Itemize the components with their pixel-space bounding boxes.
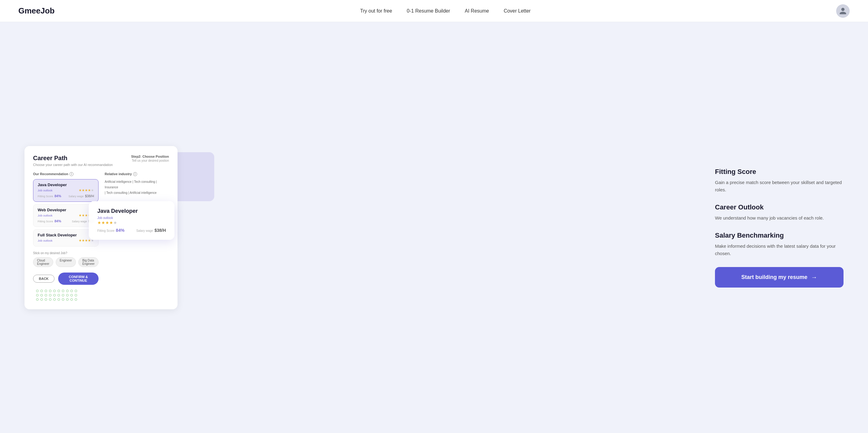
dot	[45, 298, 47, 301]
stick-label: Stick on my desired Job?	[33, 252, 98, 255]
dot	[53, 294, 56, 296]
features-panel: Fitting Score Gain a precise match score…	[715, 168, 843, 288]
dot	[70, 290, 73, 292]
fit-label-web: Fitting Score	[38, 220, 53, 223]
popup-fit-label: Fitting Score	[97, 229, 115, 232]
step-label: Step2: Choose Position	[131, 155, 169, 158]
dot	[75, 298, 77, 301]
dot	[49, 290, 52, 292]
illustration-panel: Career Path Choose your career path with…	[25, 146, 690, 309]
industry-tags: Artificial intelligence | Tech consultin…	[105, 179, 169, 190]
job-outlook-label-java: Job outlook	[38, 189, 53, 192]
fit-label-java: Fitting Score	[38, 195, 53, 198]
nav-try-free[interactable]: Try out for free	[360, 8, 392, 14]
dot	[75, 294, 77, 296]
career-card-subtitle: Choose your career path with our AI reco…	[33, 163, 169, 167]
popup-fit-value: 84%	[116, 228, 125, 233]
job-option-java-developer[interactable]: Java Developer Job outlook ★★★★★ Fitting…	[33, 179, 98, 202]
feature-desc-career-outlook: We understand how many job vacancies of …	[715, 214, 843, 222]
dot	[62, 298, 64, 301]
salary-label-web: Salary wage	[72, 220, 87, 223]
cta-arrow-icon: →	[811, 274, 817, 281]
popup-title: Java Developer	[97, 208, 166, 214]
job-stars-java: ★★★★★	[79, 188, 94, 192]
back-button[interactable]: BACK	[33, 275, 55, 283]
recommendation-info-icon: i	[69, 172, 73, 176]
dots-row-3	[36, 298, 169, 301]
fit-value-web: 84%	[55, 219, 61, 223]
dot	[58, 298, 60, 301]
nav-links: Try out for free 0-1 Resume Builder AI R…	[55, 8, 836, 14]
step-sublabel: Tell us your desired postion	[132, 159, 169, 162]
dot	[36, 290, 38, 292]
dot	[66, 290, 68, 292]
start-resume-button[interactable]: Start building my resume →	[715, 267, 843, 288]
card-actions: BACK CONFIRM & CONTINUE	[33, 272, 98, 285]
popup-bottom: Fitting Score 84% Salary wage $38/H	[97, 228, 166, 233]
tag-row: Cloud Engineer Engineer Big Data Enginee…	[33, 257, 98, 267]
fit-value-java: 84%	[55, 194, 61, 198]
salary-label-java: Salary wage	[68, 195, 84, 198]
popup-fit-block: Fitting Score 84%	[97, 228, 125, 233]
stick-section: Stick on my desired Job? Cloud Engineer …	[33, 252, 98, 267]
dot	[62, 290, 64, 292]
dots-row-1	[36, 290, 169, 292]
nav-resume-builder[interactable]: 0-1 Resume Builder	[407, 8, 450, 14]
feature-desc-fitting-score: Gain a precise match score between your …	[715, 179, 843, 194]
dot	[58, 294, 60, 296]
dot	[40, 290, 43, 292]
tag-engineer[interactable]: Engineer	[56, 257, 76, 267]
job-title-fullstack: Full Stack Developer	[38, 233, 94, 237]
feature-desc-salary: Make informed decisions with the latest …	[715, 242, 843, 257]
popup-salary-label: Salary wage	[136, 229, 153, 232]
dot	[70, 298, 73, 301]
popup-outlook-label: Job outlook	[97, 216, 166, 220]
popup-java-developer: Java Developer Job outlook ★★★★★ Fitting…	[89, 201, 175, 240]
feature-title-career-outlook: Career Outlook	[715, 203, 843, 211]
dot	[49, 294, 52, 296]
dot	[45, 290, 47, 292]
recommendation-header: Our Recommendation i	[33, 172, 98, 176]
dot	[36, 298, 38, 301]
feature-career-outlook: Career Outlook We understand how many jo…	[715, 203, 843, 222]
dot	[45, 294, 47, 296]
feature-fitting-score: Fitting Score Gain a precise match score…	[715, 168, 843, 194]
dot	[40, 298, 43, 301]
nav-ai-resume[interactable]: AI Resume	[465, 8, 489, 14]
main-content: Career Path Choose your career path with…	[0, 22, 868, 433]
dot	[70, 294, 73, 296]
job-title-web: Web Developer	[38, 208, 94, 212]
popup-stars: ★★★★★	[97, 220, 166, 225]
feature-title-salary: Salary Benchmarking	[715, 231, 843, 239]
dot	[49, 298, 52, 301]
feature-title-fitting-score: Fitting Score	[715, 168, 843, 176]
dots-grid	[33, 290, 169, 301]
popup-salary-value: $38/H	[155, 228, 166, 233]
tag-big-data-engineer[interactable]: Big Data Engineer	[79, 257, 98, 267]
confirm-button[interactable]: CONFIRM & CONTINUE	[58, 272, 98, 285]
dots-row-2	[36, 294, 169, 296]
dot	[66, 294, 68, 296]
feature-salary-benchmarking: Salary Benchmarking Make informed decisi…	[715, 231, 843, 257]
popup-salary-block: Salary wage $38/H	[136, 228, 166, 233]
cta-label: Start building my resume	[741, 274, 807, 281]
industry-tags-2: | Tech consulting | Artificial intellige…	[105, 190, 169, 196]
industry-info-icon: i	[133, 172, 137, 176]
job-outlook-label-web: Job outlook	[38, 214, 53, 217]
site-logo: GmeeJob	[18, 6, 55, 16]
dot	[53, 298, 56, 301]
dot	[62, 294, 64, 296]
salary-value-java: $38/H	[85, 194, 94, 198]
dot	[40, 294, 43, 296]
user-avatar[interactable]	[836, 4, 850, 18]
dot	[36, 294, 38, 296]
dot	[58, 290, 60, 292]
industry-header: Relative industry i	[105, 172, 169, 176]
job-outlook-label-fullstack: Job outlook	[38, 239, 53, 242]
tag-cloud-engineer[interactable]: Cloud Engineer	[33, 257, 53, 267]
dot	[66, 298, 68, 301]
nav-cover-letter[interactable]: Cover Letter	[504, 8, 531, 14]
job-title-java: Java Developer	[38, 182, 94, 187]
dot	[75, 290, 77, 292]
dot	[53, 290, 56, 292]
